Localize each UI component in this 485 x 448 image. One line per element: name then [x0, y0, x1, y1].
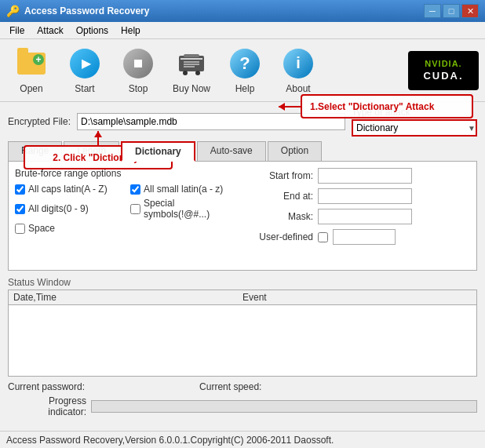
close-button[interactable]: ✕	[461, 4, 479, 18]
help-button[interactable]: ? Help	[220, 43, 270, 98]
cuda-text: CUDA.	[423, 70, 463, 82]
user-defined-row: User-defined	[250, 229, 470, 245]
svg-point-2	[183, 71, 188, 75]
menu-options[interactable]: Options	[70, 24, 115, 38]
callout-2-arrow	[97, 131, 99, 147]
progress-row: Progress indicator:	[8, 395, 477, 417]
checkbox-space-label: Space	[28, 223, 55, 234]
minimize-button[interactable]: ─	[424, 4, 441, 18]
status-window-title: Status Window	[8, 277, 477, 288]
tab-autosave[interactable]: Auto-save	[197, 141, 266, 162]
svg-rect-1	[184, 54, 199, 57]
checkbox-symbols-input[interactable]	[130, 204, 140, 214]
start-label: Start	[75, 83, 94, 94]
menu-help[interactable]: Help	[115, 24, 147, 38]
status-table: Date,Time Event	[8, 290, 477, 377]
panel-left: Brute-force range options All caps latin…	[15, 168, 242, 249]
panel-right: Start from: End at: Mask: User-defined	[250, 168, 470, 249]
buy-button[interactable]: Buy Now	[166, 43, 217, 98]
current-password-row: Current password:	[8, 381, 168, 392]
toolbar: + Open Start Stop	[0, 39, 485, 102]
buy-icon	[175, 47, 208, 80]
checkbox-digits: All digits(0 - 9)	[15, 198, 127, 220]
start-from-label: Start from:	[250, 170, 313, 181]
help-label: Help	[235, 83, 255, 94]
mask-row: Mask:	[250, 209, 470, 224]
start-from-input[interactable]	[318, 168, 412, 184]
status-bar-text: Access Password Recovery,Version 6.0.0.1…	[6, 435, 334, 446]
current-password-label: Current password:	[8, 381, 85, 392]
end-at-input[interactable]	[318, 188, 412, 204]
menu-file[interactable]: File	[3, 24, 31, 38]
checkbox-small-latin-label: All small latin(a - z)	[144, 184, 223, 195]
open-button[interactable]: + Open	[6, 43, 57, 98]
checkbox-small-latin-input[interactable]	[130, 184, 140, 195]
encrypted-label: Encrypted File:	[8, 116, 71, 127]
checkbox-symbols-label: Special symbols(!@#...)	[144, 198, 242, 220]
section-title: Brute-force range options	[15, 168, 242, 179]
callout-1-text: 1.Select "Dictionary" Attack	[310, 101, 434, 112]
end-at-label: End at:	[250, 191, 313, 202]
checkbox-symbols: Special symbols(!@#...)	[130, 198, 242, 220]
status-bar: Access Password Recovery,Version 6.0.0.1…	[0, 431, 485, 448]
current-speed-row: Current speed:	[199, 381, 345, 392]
stop-button[interactable]: Stop	[113, 43, 163, 98]
window-title: Access Password Recovery	[24, 5, 424, 16]
start-button[interactable]: Start	[60, 43, 110, 98]
buy-label: Buy Now	[173, 83, 210, 94]
nvidia-logo: NVIDIA. CUDA.	[408, 51, 479, 90]
attack-type-select-wrap: Dictionary Brute-force Smart-force ▼	[352, 119, 477, 137]
title-bar: 🔑 Access Password Recovery ─ □ ✕	[0, 0, 485, 22]
checkbox-all-caps-label: All caps latin(A - Z)	[28, 184, 108, 195]
window-controls: ─ □ ✕	[424, 4, 479, 18]
mask-label: Mask:	[250, 211, 313, 222]
open-label: Open	[20, 83, 42, 94]
callout-select-dictionary: 1.Select "Dictionary" Attack	[301, 94, 473, 118]
checkbox-all-caps-input[interactable]	[15, 184, 25, 195]
about-button[interactable]: i About	[273, 43, 323, 98]
open-icon: +	[15, 47, 48, 80]
user-defined-input[interactable]	[333, 229, 396, 245]
tab-dictionary[interactable]: Dictionary	[121, 141, 195, 162]
progress-label: Progress indicator:	[8, 395, 86, 417]
bottom-info: Current password: Current speed:	[8, 381, 477, 392]
checkbox-small-latin: All small latin(a - z)	[130, 184, 242, 195]
checkbox-space-input[interactable]	[15, 224, 25, 234]
checkbox-digits-input[interactable]	[15, 204, 25, 214]
checkbox-digits-label: All digits(0 - 9)	[28, 203, 89, 214]
status-col-datetime: Date,Time	[13, 292, 242, 303]
callout-1-arrow	[279, 106, 302, 107]
menu-attack[interactable]: Attack	[31, 24, 69, 38]
status-header: Date,Time Event	[9, 290, 476, 305]
app-icon: 🔑	[6, 5, 20, 17]
current-speed-label: Current speed:	[199, 381, 261, 392]
about-label: About	[286, 83, 310, 94]
mask-input[interactable]	[318, 209, 412, 224]
checkbox-all-caps: All caps latin(A - Z)	[15, 184, 127, 195]
start-icon	[68, 47, 101, 80]
user-defined-checkbox[interactable]	[318, 232, 328, 242]
status-body	[9, 305, 476, 376]
svg-rect-0	[179, 56, 204, 71]
tab-panel: Brute-force range options All caps latin…	[8, 161, 477, 271]
start-from-row: Start from:	[250, 168, 470, 184]
maximize-button[interactable]: □	[443, 4, 460, 18]
menu-bar: File Attack Options Help	[0, 22, 485, 39]
attack-type-select[interactable]: Dictionary Brute-force Smart-force	[352, 119, 477, 137]
stop-label: Stop	[129, 83, 148, 94]
status-window: Status Window Date,Time Event	[8, 277, 477, 377]
user-defined-label: User-defined	[250, 231, 313, 242]
tab-option[interactable]: Option	[268, 141, 322, 162]
checkbox-space: Space	[15, 223, 127, 234]
nvidia-text: NVIDIA.	[425, 59, 461, 68]
checkbox-grid: All caps latin(A - Z) All small latin(a …	[15, 184, 242, 234]
svg-point-3	[195, 71, 200, 75]
end-at-row: End at:	[250, 188, 470, 204]
status-col-event: Event	[242, 292, 472, 303]
help-icon: ?	[228, 47, 261, 80]
about-icon: i	[282, 47, 315, 80]
stop-icon	[122, 47, 155, 80]
progress-bar-wrap	[91, 400, 477, 413]
panel-inner: Brute-force range options All caps latin…	[15, 168, 470, 249]
